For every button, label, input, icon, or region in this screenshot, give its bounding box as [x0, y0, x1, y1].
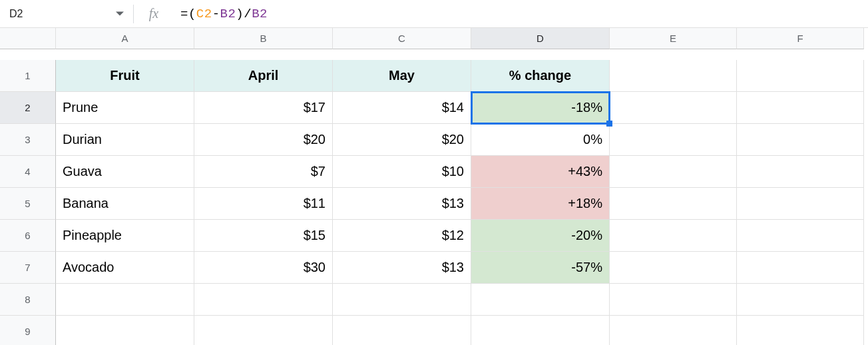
cell-value: $14	[442, 100, 464, 115]
cell-value: -20%	[571, 228, 602, 243]
cell-value: Durian	[63, 132, 102, 147]
column-header[interactable]: A	[56, 28, 194, 49]
formula-token: -	[212, 7, 220, 21]
cell-value: -57%	[571, 260, 602, 275]
cell[interactable]: +18%	[471, 188, 610, 220]
cell[interactable]	[56, 316, 194, 345]
cell[interactable]: $11	[194, 188, 333, 220]
cell[interactable]: -20%	[471, 220, 610, 252]
fill-handle[interactable]	[606, 121, 612, 127]
cell[interactable]	[737, 188, 864, 220]
cell[interactable]: Pineapple	[56, 220, 194, 252]
cell[interactable]: 0%	[471, 124, 610, 156]
cell[interactable]: $17	[194, 92, 333, 124]
cell-value: 0%	[583, 132, 602, 147]
cell[interactable]	[737, 220, 864, 252]
formula-token: B2	[220, 7, 236, 21]
cell[interactable]	[610, 220, 737, 252]
cell[interactable]	[610, 156, 737, 188]
formula-token: /	[244, 7, 252, 21]
cell[interactable]: $10	[333, 156, 471, 188]
row-header[interactable]: 1	[0, 60, 56, 92]
cell[interactable]: $20	[194, 124, 333, 156]
column-header[interactable]: F	[737, 28, 864, 49]
cell[interactable]: $15	[194, 220, 333, 252]
cell[interactable]	[333, 316, 471, 345]
cell-value: $17	[304, 100, 326, 115]
cell-value: $11	[304, 196, 326, 211]
spreadsheet-grid[interactable]: ABCDEF1FruitAprilMay% change2Prune$17$14…	[0, 28, 868, 345]
formula-input[interactable]: =(C2-B2)/B2	[174, 7, 868, 21]
cell[interactable]	[610, 284, 737, 316]
fx-icon[interactable]: fx	[134, 6, 174, 21]
cell[interactable]	[194, 316, 333, 345]
cell[interactable]	[471, 316, 610, 345]
cell-value: +43%	[568, 164, 602, 179]
row-header[interactable]: 6	[0, 220, 56, 252]
cell[interactable]: $13	[333, 252, 471, 284]
cell-value: $20	[442, 132, 464, 147]
cell[interactable]: Fruit	[56, 60, 194, 92]
cell[interactable]	[737, 60, 864, 92]
cell[interactable]: Guava	[56, 156, 194, 188]
cell[interactable]	[737, 92, 864, 124]
cell[interactable]: $30	[194, 252, 333, 284]
cell[interactable]: April	[194, 60, 333, 92]
cell-value: $13	[442, 196, 464, 211]
chevron-down-icon	[116, 10, 124, 18]
cell-value: % change	[509, 68, 571, 83]
cell[interactable]	[610, 92, 737, 124]
cell[interactable]: Durian	[56, 124, 194, 156]
cell[interactable]: $13	[333, 188, 471, 220]
name-box-dropdown[interactable]	[60, 10, 133, 18]
cell[interactable]	[610, 316, 737, 345]
cell[interactable]: $12	[333, 220, 471, 252]
cell[interactable]: $14	[333, 92, 471, 124]
row-header[interactable]: 8	[0, 284, 56, 316]
cell[interactable]: Avocado	[56, 252, 194, 284]
row-header[interactable]: 7	[0, 252, 56, 284]
cell-value: $15	[304, 228, 326, 243]
cell[interactable]: Banana	[56, 188, 194, 220]
cell[interactable]: +43%	[471, 156, 610, 188]
column-header[interactable]: C	[333, 28, 471, 49]
cell[interactable]	[333, 284, 471, 316]
formula-token: (	[188, 7, 196, 21]
cell[interactable]	[610, 252, 737, 284]
cell[interactable]	[610, 60, 737, 92]
select-all-corner[interactable]	[0, 28, 56, 49]
column-header[interactable]: B	[194, 28, 333, 49]
cell-value: Prune	[63, 100, 98, 115]
cell[interactable]	[610, 124, 737, 156]
formula-token: C2	[196, 7, 212, 21]
cell[interactable]	[471, 284, 610, 316]
row-header[interactable]: 2	[0, 92, 56, 124]
cell[interactable]	[737, 124, 864, 156]
formula-token: =	[180, 7, 188, 21]
cell[interactable]	[737, 284, 864, 316]
cell[interactable]	[737, 316, 864, 345]
row-header[interactable]: 3	[0, 124, 56, 156]
cell[interactable]: $20	[333, 124, 471, 156]
cell-value: $12	[442, 228, 464, 243]
cell[interactable]: -18%	[471, 92, 610, 124]
cell[interactable]	[737, 252, 864, 284]
cell[interactable]	[610, 188, 737, 220]
cell[interactable]: $7	[194, 156, 333, 188]
column-header[interactable]: D	[471, 28, 610, 49]
cell[interactable]: May	[333, 60, 471, 92]
row-header[interactable]: 4	[0, 156, 56, 188]
cell[interactable]: -57%	[471, 252, 610, 284]
cell[interactable]	[56, 284, 194, 316]
cell[interactable]: % change	[471, 60, 610, 92]
cell[interactable]	[737, 156, 864, 188]
cell[interactable]: Prune	[56, 92, 194, 124]
row-header[interactable]: 9	[0, 316, 56, 345]
cell-value: April	[248, 68, 279, 83]
cell[interactable]	[194, 284, 333, 316]
formula-bar: D2 fx =(C2-B2)/B2	[0, 0, 868, 28]
column-header[interactable]: E	[610, 28, 737, 49]
name-box[interactable]: D2	[0, 8, 60, 20]
row-header[interactable]: 5	[0, 188, 56, 220]
cell-value: $13	[442, 260, 464, 275]
